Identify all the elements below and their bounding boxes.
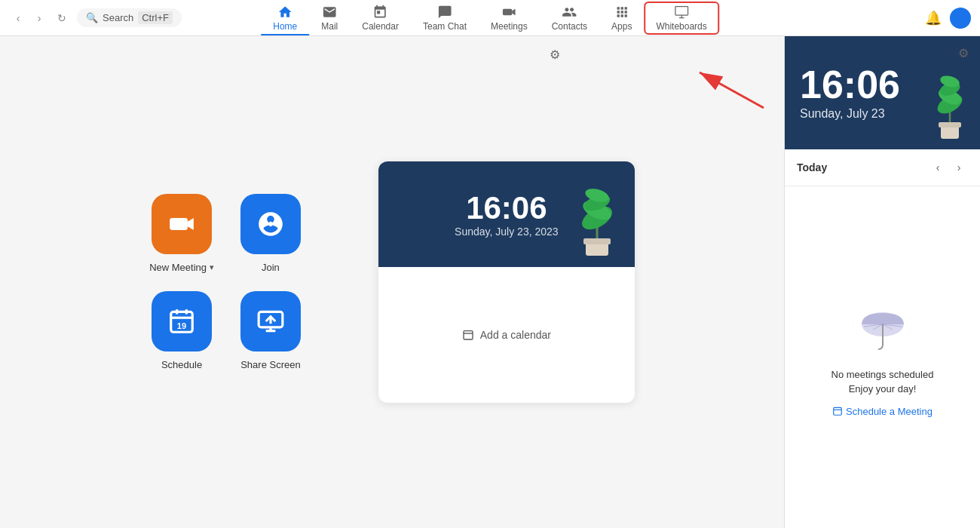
new-meeting-label: New Meeting ▾ — [149, 262, 214, 273]
widget-date: Sunday, July 23, 2023 — [455, 226, 559, 238]
no-meetings-line2: Enjoy your day! — [849, 383, 917, 394]
tab-home[interactable]: Home — [261, 2, 309, 35]
tab-calendar-label: Calendar — [362, 21, 399, 32]
plant-decoration-icon — [559, 169, 635, 267]
tab-meetings-label: Meetings — [491, 21, 528, 32]
tab-teamchat-label: Team Chat — [423, 21, 467, 32]
notifications-button[interactable]: 🔔 — [923, 8, 944, 29]
tab-mail[interactable]: Mail — [309, 2, 350, 35]
schedule-button[interactable]: 19 — [152, 291, 212, 351]
widget-time: 16:06 — [455, 191, 559, 226]
refresh-button[interactable]: ↻ — [53, 9, 71, 27]
svg-rect-4 — [170, 218, 188, 230]
new-meeting-button[interactable] — [152, 194, 212, 254]
svg-rect-23 — [464, 331, 473, 339]
forward-button[interactable]: › — [30, 9, 48, 27]
tab-whiteboards[interactable]: Whiteboards — [644, 2, 718, 35]
center-widget: 16:06 Sunday, July 23, 2023 — [378, 161, 635, 403]
main-layout: ⚙ New Meeting ▾ — [0, 36, 980, 528]
new-meeting-dropdown-arrow[interactable]: ▾ — [210, 262, 214, 272]
schedule-meeting-label: Schedule a Meeting — [846, 406, 933, 417]
today-section: Today ‹ › — [785, 149, 980, 186]
panel-settings-button[interactable]: ⚙ — [953, 42, 974, 63]
action-item-schedule: 19 Schedule — [149, 291, 214, 370]
top-navigation: ‹ › ↻ 🔍 Search Ctrl+F Home Mail Calendar… — [0, 0, 980, 36]
no-meetings-line1: No meetings scheduled — [831, 369, 934, 380]
svg-rect-17 — [583, 238, 611, 244]
right-panel: 16:06 Sunday, July 23 ⚙ Today ‹ › — [784, 36, 980, 528]
search-label: Search — [103, 12, 133, 23]
tab-teamchat[interactable]: Team Chat — [411, 2, 479, 35]
svg-rect-0 — [503, 8, 513, 14]
widget-clock: 16:06 Sunday, July 23, 2023 — [378, 161, 635, 267]
search-shortcut: Ctrl+F — [138, 11, 173, 24]
umbrella-icon — [853, 298, 913, 358]
share-screen-button[interactable] — [240, 291, 301, 351]
widget-calendar: Add a calendar — [378, 267, 635, 403]
add-calendar-button[interactable]: Add a calendar — [462, 329, 551, 341]
tab-meetings[interactable]: Meetings — [479, 2, 540, 35]
tab-home-label: Home — [273, 21, 297, 32]
tab-whiteboards-label: Whiteboards — [656, 21, 706, 32]
widget-clock-text: 16:06 Sunday, July 23, 2023 — [455, 191, 559, 238]
join-label: Join — [262, 262, 280, 273]
no-meetings-section: No meetings scheduled Enjoy your day! Sc… — [785, 186, 980, 528]
avatar[interactable] — [950, 8, 971, 29]
left-content: ⚙ New Meeting ▾ — [0, 36, 784, 528]
action-item-new-meeting: New Meeting ▾ — [149, 194, 214, 273]
svg-text:19: 19 — [177, 321, 186, 330]
panel-plant-icon — [920, 59, 980, 149]
svg-rect-1 — [675, 6, 688, 15]
search-icon: 🔍 — [86, 12, 98, 23]
settings-button[interactable]: ⚙ — [544, 44, 565, 65]
action-item-share-screen: Share Screen — [238, 291, 303, 370]
today-label: Today — [797, 161, 827, 173]
svg-rect-26 — [939, 122, 961, 127]
schedule-meeting-link[interactable]: Schedule a Meeting — [832, 406, 933, 417]
search-bar[interactable]: 🔍 Search Ctrl+F — [77, 8, 182, 27]
tab-apps-label: Apps — [611, 21, 632, 32]
tab-calendar[interactable]: Calendar — [350, 2, 411, 35]
today-prev-button[interactable]: ‹ — [929, 158, 947, 177]
nav-right: 🔔 — [923, 8, 971, 29]
no-meetings-text: No meetings scheduled Enjoy your day! — [831, 367, 934, 397]
tab-mail-label: Mail — [321, 21, 338, 32]
nav-tabs: Home Mail Calendar Team Chat Meetings Co… — [261, 2, 719, 35]
nav-back-forward: ‹ › ↻ — [9, 9, 71, 27]
action-grid: New Meeting ▾ Join — [149, 194, 303, 370]
today-next-button[interactable]: › — [950, 158, 968, 177]
right-panel-header: 16:06 Sunday, July 23 — [785, 36, 980, 149]
back-button[interactable]: ‹ — [9, 9, 27, 27]
svg-line-3 — [700, 72, 764, 108]
svg-rect-38 — [834, 407, 842, 415]
share-screen-label: Share Screen — [240, 359, 301, 370]
tab-contacts[interactable]: Contacts — [540, 2, 599, 35]
today-nav: ‹ › — [929, 158, 968, 177]
action-item-join: Join — [238, 194, 303, 273]
join-button[interactable] — [240, 194, 301, 254]
schedule-label: Schedule — [161, 359, 202, 370]
tab-apps[interactable]: Apps — [599, 2, 644, 35]
tab-contacts-label: Contacts — [552, 21, 587, 32]
